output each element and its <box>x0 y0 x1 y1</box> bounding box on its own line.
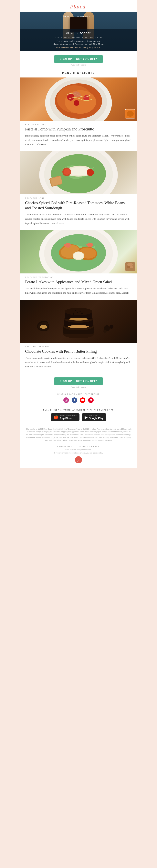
svg-point-5 <box>67 94 74 101</box>
collab-link[interactable]: Live to see what's new and ready for you… <box>56 46 101 49</box>
week-label: WEEK OF DECEMBER 2—8 <box>63 16 94 18</box>
dish-title-cod: Chorizo-Spiced Cod with Fire-Roasted Tom… <box>25 200 132 211</box>
dish-title-pasta: Pasta al Forno with Pumpkin and Prosciut… <box>25 126 132 132</box>
dish-text-cod: FEATURED LAND Chorizo-Spiced Cod with Fi… <box>20 194 137 225</box>
dish-item-pasta: PLATED × FOOD52 Pasta al Forno with Pump… <box>20 78 137 151</box>
dish-text-pasta: PLATED × FOOD52 Pasta al Forno with Pump… <box>20 121 137 147</box>
app-title: PLAN DINNER ANYTIME, ANYWHERE WITH THE P… <box>20 409 137 411</box>
svg-point-40 <box>73 313 74 315</box>
dish-category-cod: FEATURED LAND <box>25 197 132 199</box>
dish-category-latkes: FEATURED VEGETARIAN <box>25 276 132 278</box>
logo: Plated. <box>70 3 87 10</box>
top-cta-button[interactable]: SIGN UP + GET 25% OFF* <box>54 55 103 63</box>
facebook-icon[interactable] <box>72 397 77 403</box>
privacy-policy-link[interactable]: PRIVACY POLICY <box>57 445 74 447</box>
svg-point-9 <box>127 111 134 117</box>
svg-point-14 <box>64 169 70 175</box>
svg-point-7 <box>74 100 79 106</box>
social-section: SNAP & SHARE YOUR #PLATEDPICS <box>20 390 137 406</box>
apple-store-name: App Store <box>60 416 72 420</box>
svg-point-41 <box>77 312 78 313</box>
instagram-icon[interactable] <box>63 397 69 403</box>
footer-logo-circle: p <box>75 456 82 463</box>
social-icons-row <box>20 397 137 403</box>
apple-sub-text: Download on the <box>60 415 77 416</box>
footer-logo: p <box>26 456 131 463</box>
dish-image-latkes <box>20 230 137 274</box>
top-cta-section: SIGN UP + GET 25% OFF* *your first 4 wee… <box>20 51 137 67</box>
svg-point-48 <box>103 330 106 333</box>
terms-of-service-link[interactable]: TERMS OF SERVICE <box>79 445 100 447</box>
legal-section: Offer valid until 11:59PM on December 31… <box>20 425 137 468</box>
pinterest-icon[interactable] <box>88 397 94 403</box>
svg-point-37 <box>65 308 92 315</box>
youtube-icon[interactable] <box>80 397 85 403</box>
dish-desc-cod: This dinner's theme is red and white. To… <box>25 212 132 225</box>
svg-rect-49 <box>65 399 67 401</box>
dish-image-cod <box>20 151 137 194</box>
dish-desc-cookies: These homemade magic middle cookies are,… <box>25 356 132 369</box>
dish-item-latkes: FEATURED VEGETARIAN Potato Latkes with A… <box>20 230 137 300</box>
dish-text-latkes: FEATURED VEGETARIAN Potato Latkes with A… <box>20 274 137 295</box>
bottom-cta-section: SIGN UP + GET 25% OFF* *your first 4 wee… <box>20 373 137 390</box>
unsubscribe-pre: If you prefer not to receive these email… <box>54 452 93 454</box>
email-header: Plated. <box>20 0 137 12</box>
svg-point-42 <box>81 313 83 314</box>
unsubscribe-text: If you prefer not to receive these email… <box>26 452 131 454</box>
google-play-icon: ▶ <box>85 415 88 419</box>
cookies-illustration <box>20 300 137 343</box>
dish-desc-pasta: Baked cheesy pumpkin pasta, is believe i… <box>25 133 132 147</box>
copyright-text: ©2018 Plated. All rights reserved. <box>26 449 131 451</box>
collab-overlay: Plated. × FOOD52 COLLABORATING FOR A LIF… <box>20 29 137 51</box>
cod-illustration <box>20 151 137 194</box>
dish-text-cookies: FEATURED DESSERT Chocolate Cookies with … <box>20 343 137 369</box>
collab-x: × <box>76 32 78 35</box>
dish-category-cookies: FEATURED DESSERT <box>25 346 132 348</box>
svg-point-43 <box>75 310 76 311</box>
svg-point-26 <box>73 252 84 259</box>
dish-category-pasta: PLATED × FOOD52 <box>25 123 132 125</box>
footer-logo-letter: p <box>78 458 80 462</box>
legal-text: Offer valid until 11:59PM on December 31… <box>26 428 131 442</box>
svg-point-39 <box>69 318 88 320</box>
dish-title-latkes: Potato Latkes with Applesauce and Mixed … <box>25 279 132 284</box>
dish-item-cookies: FEATURED DESSERT Chocolate Cookies with … <box>20 300 137 373</box>
top-cta-fine-print: *your first 4 weeks <box>20 64 137 66</box>
dish-item-cod: FEATURED LAND Chorizo-Spiced Cod with Fi… <box>20 151 137 230</box>
google-play-button[interactable]: ▶ Get it on Google Play <box>82 413 106 421</box>
apple-store-button[interactable]: 🍎 Download on the App Store <box>51 413 80 421</box>
svg-point-50 <box>66 400 67 401</box>
apple-icon: 🍎 <box>54 415 59 419</box>
svg-point-47 <box>109 325 114 329</box>
bottom-cta-fine-print: *your first 4 weeks <box>20 386 137 388</box>
pasta-illustration <box>20 78 137 121</box>
legal-separator: | <box>76 444 78 447</box>
dish-title-cookies: Chocolate Cookies with Peanut Butter Fil… <box>25 349 132 354</box>
collab-subtitle: COLLABORATING FOR A LIFE WELL FED <box>24 36 133 38</box>
app-section: PLAN DINNER ANYTIME, ANYWHERE WITH THE P… <box>20 406 137 425</box>
dish-image-cookies <box>20 300 137 343</box>
collab-description: The ultimate cook's resource is designin… <box>24 39 133 49</box>
svg-point-15 <box>87 169 94 176</box>
svg-point-38 <box>68 325 89 328</box>
google-play-name: Google Play <box>89 416 103 420</box>
latkes-illustration <box>20 230 137 274</box>
collab-plated-logo: Plated. <box>66 32 75 35</box>
svg-point-44 <box>80 311 81 312</box>
social-title: SNAP & SHARE YOUR #PLATEDPICS <box>20 393 137 395</box>
menu-highlights-title: MENU HIGHLIGHTS <box>20 71 137 74</box>
menu-highlights-section: MENU HIGHLIGHTS <box>20 67 137 78</box>
svg-point-30 <box>130 266 133 268</box>
unsubscribe-link[interactable]: unsubscribe. <box>93 452 103 454</box>
svg-point-51 <box>67 399 67 400</box>
collab-partner-logo: FOOD52 <box>80 32 91 35</box>
bottom-cta-button[interactable]: SIGN UP + GET 25% OFF* <box>54 377 103 385</box>
hero-section: WEEK OF DECEMBER 2—8 Plated. × FOOD52 CO… <box>20 12 137 51</box>
google-sub-text: Get it on <box>89 415 97 416</box>
app-buttons-row: 🍎 Download on the App Store ▶ Get it on … <box>20 413 137 421</box>
dish-image-pasta <box>20 78 137 121</box>
svg-point-45 <box>40 325 47 329</box>
dish-desc-latkes: You're all the apple of our eyes, so we … <box>25 286 132 295</box>
